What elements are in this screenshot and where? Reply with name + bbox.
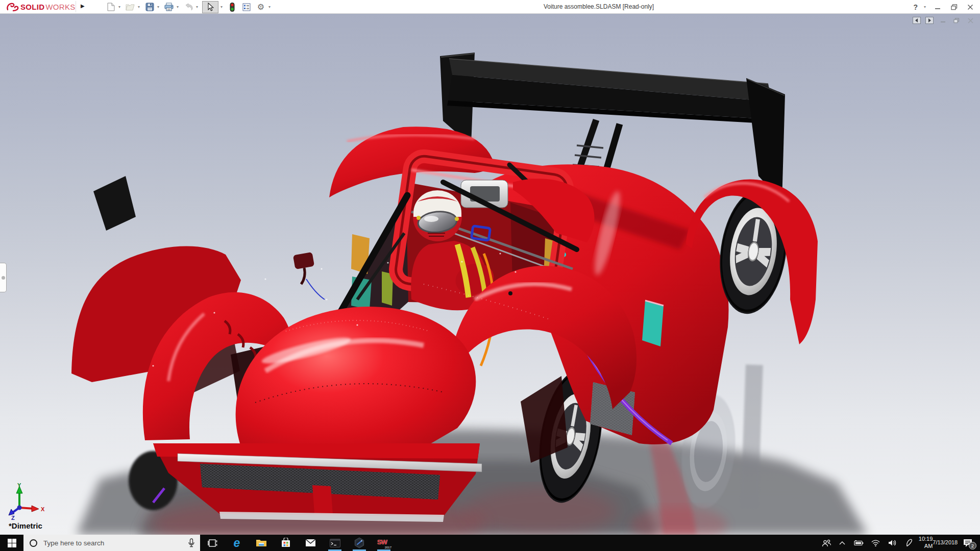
pen-icon	[905, 539, 913, 547]
dropdown-caret[interactable]: ▾	[267, 5, 272, 9]
close-button[interactable]	[965, 2, 976, 12]
close-icon	[967, 4, 973, 10]
taskbar-app-solidworks[interactable]: SW 2017	[372, 535, 396, 551]
dropdown-caret[interactable]: ▾	[117, 5, 121, 9]
sw-icon-text: SW	[377, 538, 387, 546]
dropdown-caret[interactable]: ▾	[195, 5, 199, 9]
solidworks-2017-icon: SW 2017	[377, 537, 390, 548]
clock-date: 7/13/2018	[933, 539, 958, 546]
restore-button[interactable]	[948, 2, 960, 12]
volume-button[interactable]	[884, 535, 901, 551]
dropdown-caret[interactable]: ▾	[156, 5, 160, 9]
new-document-button[interactable]	[105, 2, 116, 13]
start-button[interactable]	[0, 535, 23, 551]
doc-scroll-left-button[interactable]	[913, 17, 921, 24]
select-tool-button[interactable]	[202, 1, 218, 13]
title-bar: SOLIDWORKS ▶ ▾ ▾ ▾	[0, 0, 980, 14]
window-title: Voiture assomblee.SLDASM [Read-only]	[544, 0, 654, 14]
taskbar-clock[interactable]: 10:19 AM 7/13/2018	[921, 535, 955, 551]
microphone-icon[interactable]	[188, 538, 195, 548]
command-prompt-icon	[330, 539, 340, 547]
left-side-mirror	[293, 252, 325, 299]
doc-close-button[interactable]	[966, 17, 975, 24]
save-floppy-icon	[145, 3, 154, 11]
race-car-3d-model[interactable]	[0, 14, 980, 535]
search-input[interactable]	[43, 539, 188, 547]
action-center-button[interactable]: 2	[959, 535, 977, 551]
minimize-button[interactable]	[932, 2, 943, 12]
traffic-light-icon	[230, 3, 235, 12]
notification-badge: 2	[969, 542, 976, 549]
restore-icon	[951, 4, 958, 10]
help-button[interactable]: ?	[913, 3, 918, 11]
taskbar-app-task-view[interactable]	[200, 535, 225, 551]
minimize-icon	[940, 18, 946, 23]
taskbar-app-command-prompt[interactable]	[323, 535, 347, 551]
people-button[interactable]	[819, 535, 834, 551]
file-properties-icon	[242, 3, 251, 11]
taskbar-app-store[interactable]	[274, 535, 298, 551]
document-window-controls	[913, 17, 975, 24]
reference-triad: Y X Z	[7, 482, 48, 520]
new-document-icon	[107, 3, 115, 11]
menu-flyout-arrow[interactable]: ▶	[81, 3, 85, 9]
wifi-button[interactable]	[867, 535, 884, 551]
cortana-icon	[30, 539, 37, 547]
doc-restore-button[interactable]	[952, 17, 961, 24]
windows-taskbar: e	[0, 535, 980, 551]
tab-knob-icon	[2, 276, 5, 280]
solidworks-logo: SOLIDWORKS	[6, 2, 76, 12]
wifi-icon	[871, 540, 880, 546]
undo-button[interactable]	[183, 2, 194, 13]
dropdown-caret[interactable]: ▾	[219, 5, 224, 9]
select-cursor-icon	[207, 3, 214, 12]
clock-time: 10:19 AM	[919, 536, 933, 550]
triad-x-label: X	[41, 506, 45, 512]
triad-y-label: Y	[17, 482, 21, 488]
save-button[interactable]	[144, 2, 155, 13]
triad-z-label: Z	[11, 515, 15, 520]
taskbar-app-file-explorer[interactable]	[249, 535, 274, 551]
minimize-icon	[935, 4, 941, 10]
print-button[interactable]	[163, 2, 175, 13]
battery-button[interactable]	[850, 535, 867, 551]
taskbar-app-edge[interactable]: e	[225, 535, 249, 551]
task-view-icon	[208, 539, 217, 547]
help-dropdown-caret[interactable]: ▾	[923, 5, 927, 9]
windows-logo-icon	[8, 539, 16, 547]
people-icon	[822, 539, 831, 547]
sw-icon-year: 2017	[385, 546, 391, 549]
taskbar-app-mail[interactable]	[298, 535, 323, 551]
restore-icon	[953, 18, 960, 23]
options-button[interactable]: ⚙	[255, 2, 266, 13]
close-icon	[968, 18, 973, 23]
mail-icon	[305, 539, 316, 547]
dropdown-caret[interactable]: ▾	[176, 5, 180, 9]
left-cockpit-opening	[93, 176, 136, 231]
taskbar-app-hexagon[interactable]	[347, 535, 372, 551]
rebuild-button[interactable]	[227, 2, 238, 13]
windows-ink-button[interactable]	[901, 535, 918, 551]
tray-expand-button[interactable]	[834, 535, 850, 551]
chevron-up-icon	[839, 541, 845, 545]
system-tray: 10:19 AM 7/13/2018 2	[819, 535, 980, 551]
taskbar-apps: e	[200, 535, 396, 551]
feature-manager-collapsed-tab[interactable]	[0, 263, 7, 292]
edge-icon: e	[234, 537, 240, 549]
solidworks-logo-icon	[6, 3, 19, 12]
gear-icon: ⚙	[257, 2, 264, 12]
taskbar-search[interactable]	[23, 535, 200, 551]
print-icon	[164, 3, 174, 11]
open-folder-icon	[126, 3, 135, 11]
main-toolbar: ▾ ▾ ▾	[105, 0, 272, 14]
doc-minimize-button[interactable]	[938, 17, 947, 24]
doc-scroll-right-button[interactable]	[925, 17, 934, 24]
brand-text-solid: SOLID	[20, 3, 44, 11]
hexagon-app-icon	[354, 537, 365, 548]
file-explorer-icon	[256, 538, 267, 547]
graphics-viewport[interactable]: Y X Z *Dimetric	[0, 14, 980, 535]
file-properties-button[interactable]	[241, 2, 252, 13]
dropdown-caret[interactable]: ▾	[137, 5, 141, 9]
open-button[interactable]	[125, 2, 136, 13]
undo-arrow-icon	[184, 3, 193, 11]
